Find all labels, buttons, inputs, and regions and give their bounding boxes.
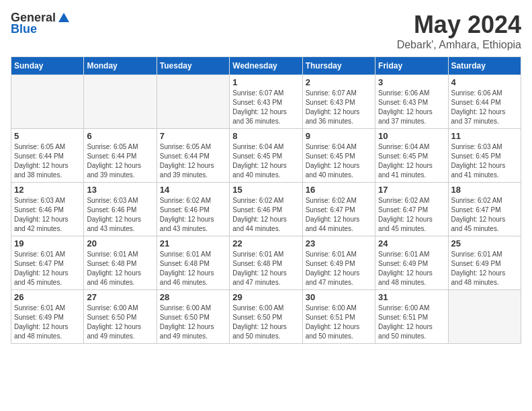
day-number: 19 [14,238,81,248]
day-info: Sunrise: 6:02 AMSunset: 6:47 PMDaylight:… [306,196,372,234]
col-tuesday: Tuesday [157,57,229,75]
day-number: 11 [451,131,518,141]
day-number: 13 [87,185,153,195]
calendar-cell [84,75,157,129]
day-info: Sunrise: 6:01 AMSunset: 6:47 PMDaylight:… [14,250,81,287]
calendar-cell: 14Sunrise: 6:02 AMSunset: 6:46 PMDayligh… [157,183,229,236]
calendar-cell [448,290,521,344]
day-number: 10 [378,131,445,141]
calendar-cell: 26Sunrise: 6:01 AMSunset: 6:49 PMDayligh… [11,290,84,344]
calendar-cell: 19Sunrise: 6:01 AMSunset: 6:47 PMDayligh… [11,236,84,290]
day-info: Sunrise: 6:07 AMSunset: 6:43 PMDaylight:… [232,89,299,126]
day-info: Sunrise: 6:01 AMSunset: 6:49 PMDaylight:… [306,250,372,287]
day-info: Sunrise: 6:02 AMSunset: 6:47 PMDaylight:… [378,196,445,234]
day-info: Sunrise: 6:00 AMSunset: 6:51 PMDaylight:… [378,304,445,341]
calendar-cell: 18Sunrise: 6:02 AMSunset: 6:47 PMDayligh… [448,183,521,236]
day-number: 6 [87,131,153,141]
calendar-cell: 22Sunrise: 6:01 AMSunset: 6:48 PMDayligh… [230,236,302,290]
logo: General Blue [11,11,71,36]
day-number: 21 [160,238,226,248]
day-info: Sunrise: 6:01 AMSunset: 6:48 PMDaylight:… [160,250,226,287]
calendar-cell: 13Sunrise: 6:03 AMSunset: 6:46 PMDayligh… [84,183,157,236]
calendar-cell: 30Sunrise: 6:00 AMSunset: 6:51 PMDayligh… [302,290,375,344]
calendar-cell: 10Sunrise: 6:04 AMSunset: 6:45 PMDayligh… [375,129,448,183]
calendar-cell: 24Sunrise: 6:01 AMSunset: 6:49 PMDayligh… [375,236,448,290]
calendar-cell: 9Sunrise: 6:04 AMSunset: 6:45 PMDaylight… [302,129,375,183]
calendar-cell: 23Sunrise: 6:01 AMSunset: 6:49 PMDayligh… [302,236,375,290]
day-number: 31 [378,292,445,302]
calendar-cell: 11Sunrise: 6:03 AMSunset: 6:45 PMDayligh… [448,129,521,183]
day-info: Sunrise: 6:02 AMSunset: 6:46 PMDaylight:… [232,196,299,234]
day-number: 12 [14,185,81,195]
day-info: Sunrise: 6:02 AMSunset: 6:47 PMDaylight:… [451,196,518,234]
day-info: Sunrise: 6:04 AMSunset: 6:45 PMDaylight:… [378,142,445,180]
location: Debark', Amhara, Ethiopia [397,39,521,51]
col-thursday: Thursday [302,57,375,75]
logo-blue-text: Blue [11,22,37,36]
calendar-cell: 6Sunrise: 6:05 AMSunset: 6:44 PMDaylight… [84,129,157,183]
day-number: 20 [87,238,153,248]
page-header: General Blue May 2024 Debark', Amhara, E… [11,11,521,51]
col-monday: Monday [84,57,157,75]
calendar-cell: 25Sunrise: 6:01 AMSunset: 6:49 PMDayligh… [448,236,521,290]
month-year: May 2024 [397,11,521,39]
day-info: Sunrise: 6:05 AMSunset: 6:44 PMDaylight:… [87,142,153,180]
day-number: 1 [232,77,299,87]
day-number: 15 [232,185,299,195]
calendar-cell: 3Sunrise: 6:06 AMSunset: 6:43 PMDaylight… [375,75,448,129]
calendar-cell: 21Sunrise: 6:01 AMSunset: 6:48 PMDayligh… [157,236,229,290]
col-sunday: Sunday [11,57,84,75]
day-info: Sunrise: 6:01 AMSunset: 6:49 PMDaylight:… [14,304,81,341]
calendar-cell: 1Sunrise: 6:07 AMSunset: 6:43 PMDaylight… [230,75,302,129]
day-info: Sunrise: 6:00 AMSunset: 6:51 PMDaylight:… [306,304,372,341]
day-number: 3 [378,77,445,87]
day-info: Sunrise: 6:07 AMSunset: 6:43 PMDaylight:… [306,89,372,126]
calendar-cell: 4Sunrise: 6:06 AMSunset: 6:44 PMDaylight… [448,75,521,129]
calendar-cell: 27Sunrise: 6:00 AMSunset: 6:50 PMDayligh… [84,290,157,344]
col-saturday: Saturday [448,57,521,75]
calendar-cell: 20Sunrise: 6:01 AMSunset: 6:48 PMDayligh… [84,236,157,290]
calendar-cell: 8Sunrise: 6:04 AMSunset: 6:45 PMDaylight… [230,129,302,183]
day-number: 23 [306,238,372,248]
svg-marker-0 [58,13,69,22]
calendar-cell: 17Sunrise: 6:02 AMSunset: 6:47 PMDayligh… [375,183,448,236]
day-info: Sunrise: 6:05 AMSunset: 6:44 PMDaylight:… [14,142,81,180]
day-number: 2 [306,77,372,87]
col-wednesday: Wednesday [230,57,302,75]
calendar-week-5: 26Sunrise: 6:01 AMSunset: 6:49 PMDayligh… [11,290,521,344]
day-info: Sunrise: 6:03 AMSunset: 6:46 PMDaylight:… [87,196,153,234]
day-info: Sunrise: 6:06 AMSunset: 6:43 PMDaylight:… [378,89,445,126]
day-info: Sunrise: 6:01 AMSunset: 6:49 PMDaylight:… [451,250,518,287]
calendar-cell: 15Sunrise: 6:02 AMSunset: 6:46 PMDayligh… [230,183,302,236]
calendar-cell: 29Sunrise: 6:00 AMSunset: 6:50 PMDayligh… [230,290,302,344]
day-number: 14 [160,185,226,195]
calendar-week-2: 5Sunrise: 6:05 AMSunset: 6:44 PMDaylight… [11,129,521,183]
calendar-cell: 28Sunrise: 6:00 AMSunset: 6:50 PMDayligh… [157,290,229,344]
day-number: 4 [451,77,518,87]
logo-icon [57,11,71,25]
day-info: Sunrise: 6:04 AMSunset: 6:45 PMDaylight:… [306,142,372,180]
col-friday: Friday [375,57,448,75]
day-number: 16 [306,185,372,195]
title-section: May 2024 Debark', Amhara, Ethiopia [397,11,521,51]
day-info: Sunrise: 6:05 AMSunset: 6:44 PMDaylight:… [160,142,226,180]
header-row: Sunday Monday Tuesday Wednesday Thursday… [11,57,521,75]
day-number: 7 [160,131,226,141]
day-info: Sunrise: 6:02 AMSunset: 6:46 PMDaylight:… [160,196,226,234]
calendar-cell: 12Sunrise: 6:03 AMSunset: 6:46 PMDayligh… [11,183,84,236]
day-info: Sunrise: 6:00 AMSunset: 6:50 PMDaylight:… [160,304,226,341]
day-number: 27 [87,292,153,302]
day-number: 17 [378,185,445,195]
day-info: Sunrise: 6:01 AMSunset: 6:48 PMDaylight:… [232,250,299,287]
day-number: 24 [378,238,445,248]
calendar-cell: 31Sunrise: 6:00 AMSunset: 6:51 PMDayligh… [375,290,448,344]
calendar-cell: 2Sunrise: 6:07 AMSunset: 6:43 PMDaylight… [302,75,375,129]
calendar-cell: 7Sunrise: 6:05 AMSunset: 6:44 PMDaylight… [157,129,229,183]
day-number: 22 [232,238,299,248]
day-info: Sunrise: 6:01 AMSunset: 6:49 PMDaylight:… [378,250,445,287]
day-info: Sunrise: 6:06 AMSunset: 6:44 PMDaylight:… [451,89,518,126]
day-number: 30 [306,292,372,302]
day-info: Sunrise: 6:04 AMSunset: 6:45 PMDaylight:… [232,142,299,180]
calendar-week-4: 19Sunrise: 6:01 AMSunset: 6:47 PMDayligh… [11,236,521,290]
day-info: Sunrise: 6:00 AMSunset: 6:50 PMDaylight:… [87,304,153,341]
